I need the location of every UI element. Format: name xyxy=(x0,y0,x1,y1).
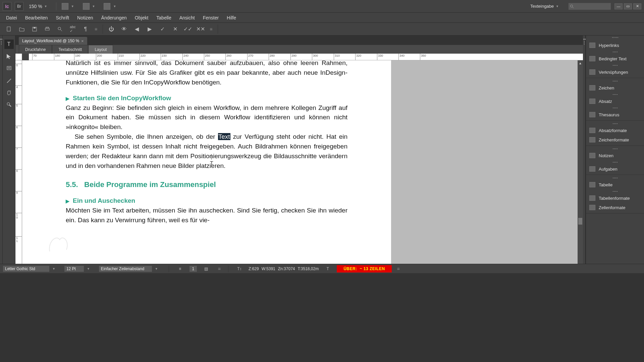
dropdown-icon[interactable]: ▼ xyxy=(71,5,74,8)
bridge-icon[interactable]: Br xyxy=(15,2,23,11)
menu-bearbeiten[interactable]: Bearbeiten xyxy=(21,15,52,20)
selected-text[interactable]: Text xyxy=(218,133,230,140)
reject-icon[interactable]: ✕ xyxy=(170,24,180,34)
power-icon[interactable]: ⏻ xyxy=(106,24,116,34)
accept-all-icon[interactable]: ✓✓ xyxy=(183,24,193,34)
leading-field[interactable]: Einfacher Zeilenabstand xyxy=(99,265,152,272)
panel-grip[interactable] xyxy=(586,160,644,164)
overset-icon[interactable]: T xyxy=(323,264,333,274)
save-icon[interactable] xyxy=(30,24,40,34)
panel-grip[interactable] xyxy=(586,79,644,83)
eye-icon[interactable]: 👁 xyxy=(119,24,129,34)
panel-absatzformate[interactable]: Absatzformate xyxy=(586,126,644,135)
zoom-level[interactable]: 150 % xyxy=(29,4,42,9)
new-doc-icon[interactable] xyxy=(4,24,14,34)
hand-tool-icon[interactable] xyxy=(4,88,14,97)
panel-grip[interactable] xyxy=(586,50,644,54)
panel-grip[interactable] xyxy=(586,189,644,193)
panel-grip[interactable] xyxy=(586,106,644,110)
panel-grip[interactable] xyxy=(586,122,644,126)
print-icon[interactable] xyxy=(42,24,52,34)
dropdown-icon[interactable]: ▼ xyxy=(155,267,158,270)
body-paragraph[interactable]: Möchten Sie im Text arbeiten, müssen Sie… xyxy=(66,206,347,225)
panel-thesaurus[interactable]: Thesaurus xyxy=(586,110,644,119)
menu-fenster[interactable]: Fenster xyxy=(199,15,223,20)
zoom-tool-icon[interactable] xyxy=(4,100,14,109)
find-icon[interactable] xyxy=(55,24,65,34)
dropdown-icon[interactable]: ▼ xyxy=(92,5,95,8)
panel-verknuepfungen[interactable]: Verknüpfungen xyxy=(586,67,644,77)
panel-zeichenformate[interactable]: Zeichenformate xyxy=(586,135,644,144)
accept-icon[interactable]: ✓ xyxy=(157,24,167,34)
menu-hilfe[interactable]: Hilfe xyxy=(223,15,240,20)
subheading[interactable]: ▶Ein und Auschecken xyxy=(66,196,347,206)
panel-notizen[interactable]: Notizen xyxy=(586,151,644,160)
panel-zellenformate[interactable]: Zellenformate xyxy=(586,203,644,212)
subheading[interactable]: ▶Starten Sie den InCopyWorkflow xyxy=(66,94,347,103)
panel-grip[interactable] xyxy=(586,63,644,67)
view-tab-layout[interactable]: Layout xyxy=(88,45,113,54)
prev-icon[interactable]: ◀ xyxy=(132,24,142,34)
reject-all-icon[interactable]: ✕✕ xyxy=(196,24,206,34)
tab-close-icon[interactable]: × xyxy=(81,39,84,44)
menu-ansicht[interactable]: Ansicht xyxy=(175,15,199,20)
panel-grip[interactable] xyxy=(586,176,644,180)
overset-indicator[interactable]: ÜBER: ~ 13 ZEILEN xyxy=(337,265,391,273)
panel-grip[interactable] xyxy=(586,93,644,97)
dropdown-icon[interactable]: ▼ xyxy=(87,267,90,270)
page[interactable]: Natürlich ist es immer sinnvoll, das Dok… xyxy=(22,60,391,268)
pilcrow-icon[interactable]: ¶ xyxy=(80,24,91,34)
panel-zeichen[interactable]: Zeichen xyxy=(586,83,644,93)
note-tool-icon[interactable] xyxy=(4,64,14,73)
spellcheck-icon[interactable]: abc✓ xyxy=(68,24,78,34)
workspace-dropdown-icon[interactable]: ▼ xyxy=(556,5,559,8)
minimize-button[interactable]: — xyxy=(614,3,623,9)
panel-grip[interactable] xyxy=(586,36,644,40)
text-stats-icon[interactable]: T↕ xyxy=(234,264,245,274)
view-tab-textabschnitt[interactable]: Textabschnitt xyxy=(52,45,88,54)
toolbar-menu-icon[interactable]: ≡ xyxy=(95,26,97,32)
menu-notizen[interactable]: Notizen xyxy=(73,15,97,20)
type-tool-icon[interactable]: T xyxy=(4,40,14,49)
workspace-switcher[interactable]: Texteingabe xyxy=(530,4,554,9)
open-icon[interactable] xyxy=(17,24,27,34)
dropdown-icon[interactable]: ▼ xyxy=(52,267,55,270)
eyedropper-tool-icon[interactable] xyxy=(4,76,14,85)
status-menu-icon[interactable]: ≡ xyxy=(397,266,400,272)
panel-hyperlinks[interactable]: Hyperlinks xyxy=(586,41,644,50)
arrange-icon[interactable] xyxy=(83,3,90,10)
status-menu-icon[interactable]: ≡ xyxy=(218,266,221,272)
panel-aufgaben[interactable]: Aufgaben xyxy=(586,164,644,174)
horizontal-ruler[interactable]: 70 180 190 200 210 220 230 240 250 260 2… xyxy=(29,54,583,60)
justify-icon[interactable]: ▤ xyxy=(201,264,211,274)
menu-objekt[interactable]: Objekt xyxy=(131,15,152,20)
panel-grip[interactable] xyxy=(586,147,644,151)
dropdown-icon[interactable]: ▼ xyxy=(113,5,116,8)
toolbar-menu-icon[interactable]: ≡ xyxy=(210,26,212,32)
ruler-origin[interactable] xyxy=(15,54,22,60)
scroll-up-icon[interactable]: ▲ xyxy=(578,60,583,66)
column-field[interactable]: 1 xyxy=(189,265,197,272)
panel-absatz[interactable]: Absatz xyxy=(586,97,644,106)
zoom-dropdown-icon[interactable]: ▼ xyxy=(44,5,47,8)
font-family-field[interactable]: Letter Gothic Std xyxy=(3,265,50,272)
search-input[interactable] xyxy=(568,3,611,10)
panel-tabellenformate[interactable]: Tabellenformate xyxy=(586,193,644,203)
body-paragraph[interactable]: Sie sehen Symbole, die Ihnen anzeigen, o… xyxy=(66,132,347,171)
section-heading[interactable]: 5.5. Beide Programme im Zusammenspiel xyxy=(66,179,347,190)
scroll-thumb[interactable] xyxy=(578,218,582,225)
position-tool-icon[interactable] xyxy=(4,52,14,61)
view-tab-druckfahne[interactable]: Druckfahne xyxy=(19,45,52,54)
maximize-button[interactable]: ▭ xyxy=(624,3,632,9)
close-button[interactable]: ✕ xyxy=(633,3,641,9)
menu-tabelle[interactable]: Tabelle xyxy=(152,15,175,20)
panel-bedingter-text[interactable]: Bedingter Text xyxy=(586,54,644,63)
panel-tabelle[interactable]: Tabelle xyxy=(586,180,644,189)
columns-icon[interactable]: ≡ xyxy=(175,264,185,274)
next-icon[interactable]: ▶ xyxy=(145,24,155,34)
body-paragraph[interactable]: Natürlich ist es immer sinnvoll, das Dok… xyxy=(66,60,347,87)
screen-mode-icon[interactable] xyxy=(62,3,68,10)
menu-datei[interactable]: Datei xyxy=(2,15,21,20)
view-options-icon[interactable] xyxy=(104,3,110,10)
document-tab[interactable]: Layout_Workflow.indd @ 150 % × xyxy=(19,37,87,45)
